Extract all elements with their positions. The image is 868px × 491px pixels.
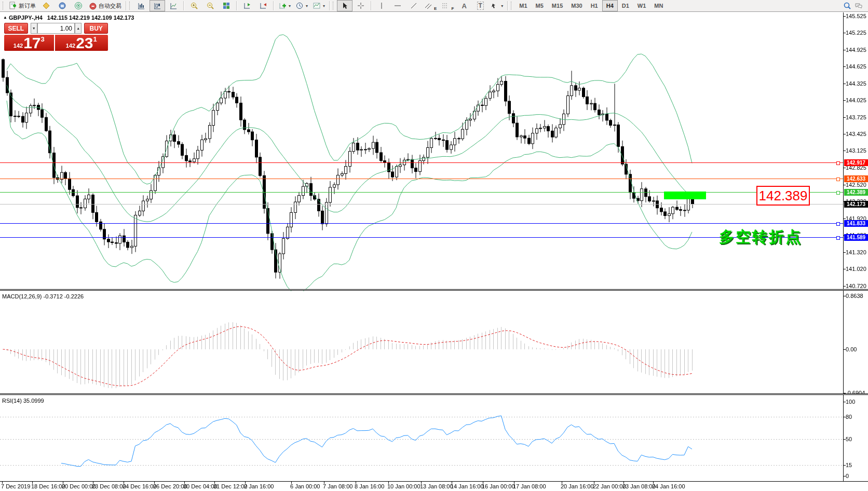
horizontal-line-icon	[394, 2, 402, 10]
hline-price-label: 142.917	[844, 159, 868, 166]
market-watch-icon	[58, 2, 66, 10]
horizontal-line-object[interactable]	[0, 192, 843, 193]
timeframe-button-m5[interactable]: M5	[532, 0, 548, 11]
bar-chart-type-button[interactable]	[133, 0, 149, 11]
time-axis-label: 16 Jan 00:00	[482, 483, 515, 489]
fibo-letter: F	[451, 6, 454, 11]
tile-windows-button[interactable]	[219, 0, 234, 11]
volume-increase-button[interactable]: ▲	[75, 23, 82, 34]
rsi-label: RSI(14) 35.0999	[2, 398, 44, 404]
macd-pane-separator[interactable]	[0, 289, 868, 291]
horizontal-line-object[interactable]	[0, 162, 843, 163]
sell-price-display[interactable]: 142 17 3	[4, 35, 54, 51]
highlight-rectangle-object[interactable]	[664, 192, 706, 199]
timeframe-button-mn[interactable]: MN	[650, 0, 667, 11]
one-click-trading-panel: SELL ▼ ▲ BUY 142 17 3 142 23 1	[4, 23, 108, 51]
hline-handle[interactable]	[836, 178, 840, 181]
text-label-tool-button[interactable]: T	[472, 0, 488, 11]
hline-handle[interactable]	[836, 222, 840, 226]
horizontal-line-object[interactable]	[0, 223, 843, 224]
buy-price-point: 1	[93, 35, 97, 43]
horizontal-line-object[interactable]	[0, 237, 843, 238]
toolbar-grip	[333, 2, 335, 10]
signals-button[interactable]	[71, 0, 86, 11]
signals-icon	[74, 2, 83, 10]
zoom-out-button[interactable]	[202, 0, 218, 11]
sell-price-pips: 17	[23, 36, 40, 50]
buy-price-base: 142	[66, 43, 75, 49]
volume-input[interactable]	[37, 23, 75, 34]
buy-price-display[interactable]: 142 23 1	[55, 35, 108, 51]
new-chart-button[interactable]	[239, 0, 255, 11]
horizontal-line-tool-button[interactable]	[390, 0, 405, 11]
autotrading-icon	[89, 2, 97, 10]
price-tick-label: 145.525	[846, 13, 866, 19]
candlestick-chart-icon	[153, 2, 161, 10]
toolbar-right-group	[843, 2, 866, 10]
time-axis-label: 2 Jan 16:00	[244, 483, 274, 489]
channel-tool-button[interactable]: E	[422, 0, 439, 11]
metaeditor-button[interactable]	[38, 0, 54, 11]
time-axis-label: 8 Jan 16:00	[355, 483, 385, 489]
timeframe-button-w1[interactable]: W1	[633, 0, 650, 11]
new-order-button[interactable]: 新订单	[7, 0, 38, 11]
hline-price-label: 142.389	[844, 189, 868, 196]
search-icon[interactable]	[843, 2, 851, 10]
autotrading-label: 自动交易	[99, 2, 121, 10]
rsi-pane-separator[interactable]	[0, 393, 868, 395]
trendline-tool-button[interactable]	[406, 0, 422, 11]
vertical-line-tool-button[interactable]	[374, 0, 389, 11]
zoom-in-button[interactable]	[186, 0, 202, 11]
periods-button[interactable]: ▾	[293, 0, 310, 11]
price-tick-label: 145.225	[846, 30, 866, 36]
sell-button[interactable]: SELL	[4, 23, 28, 34]
text-tool-button[interactable]: A	[456, 0, 472, 11]
price-tick-label: 142.520	[846, 182, 866, 188]
arrows-tool-button[interactable]: ▾	[489, 0, 505, 11]
hline-handle[interactable]	[836, 191, 840, 195]
timeframe-button-m1[interactable]: M1	[515, 0, 531, 11]
cursor-tool-button[interactable]	[337, 0, 352, 11]
hline-handle[interactable]	[836, 236, 840, 240]
collapse-arrow-icon[interactable]: ▲	[3, 15, 7, 20]
buy-button[interactable]: BUY	[84, 23, 108, 34]
timeframe-button-m30[interactable]: M30	[567, 0, 586, 11]
line-chart-type-button[interactable]	[166, 0, 181, 11]
price-tick-label: 143.725	[846, 114, 866, 120]
ohlc-values: 142.115 142.219 142.109 142.173	[47, 15, 134, 21]
timeframe-button-m15[interactable]: M15	[548, 0, 567, 11]
hline-handle[interactable]	[836, 161, 840, 165]
candlestick-chart-type-button[interactable]	[150, 0, 165, 11]
macd-tick-label: -0.6904	[846, 390, 865, 396]
market-watch-button[interactable]	[55, 0, 70, 11]
rsi-tick-label: 80	[846, 414, 852, 420]
trend-note-text[interactable]: 多空转折点	[719, 227, 802, 248]
timeframe-button-h1[interactable]: H1	[587, 0, 602, 11]
hline-price-label: 141.833	[844, 220, 868, 227]
horizontal-line-object[interactable]	[0, 179, 843, 179]
indicators-button[interactable]: ▾	[276, 0, 293, 11]
periods-clock-icon	[295, 2, 304, 10]
templates-icon	[313, 2, 321, 10]
time-axis-label: 24 Dec 16:00	[123, 483, 156, 489]
time-axis-label: 18 Dec 16:00	[31, 483, 65, 489]
volume-decrease-button[interactable]: ▼	[31, 23, 37, 34]
timeframe-button-h4[interactable]: H4	[602, 0, 618, 11]
time-axis-label: 7 Dec 2019	[1, 483, 30, 489]
time-axis-label: 23 Jan 08:00	[622, 483, 656, 489]
crosshair-tool-button[interactable]	[353, 0, 369, 11]
arrows-icon	[491, 2, 499, 10]
time-axis-label: 26 Dec 20:00	[153, 483, 187, 489]
dropdown-caret-icon: ▾	[306, 4, 308, 8]
chart-shift-button[interactable]	[255, 0, 271, 11]
autotrading-button[interactable]: 自动交易	[87, 0, 124, 11]
timeframe-button-d1[interactable]: D1	[618, 0, 633, 11]
price-callout-box[interactable]: 142.389	[756, 186, 810, 206]
timeframe-toolbar: M1M5M15M30H1H4D1W1MN	[515, 0, 667, 11]
chat-icon[interactable]	[855, 2, 863, 10]
time-axis-label: 30 Dec 04:00	[183, 483, 217, 489]
symbol-ohlc-bar: ▲ GBPJPY-,H4 142.115 142.219 142.109 142…	[3, 15, 134, 21]
templates-button[interactable]: ▾	[310, 0, 327, 11]
price-tick-label: 144.925	[846, 47, 866, 53]
fibonacci-tool-button[interactable]: F	[439, 0, 456, 11]
